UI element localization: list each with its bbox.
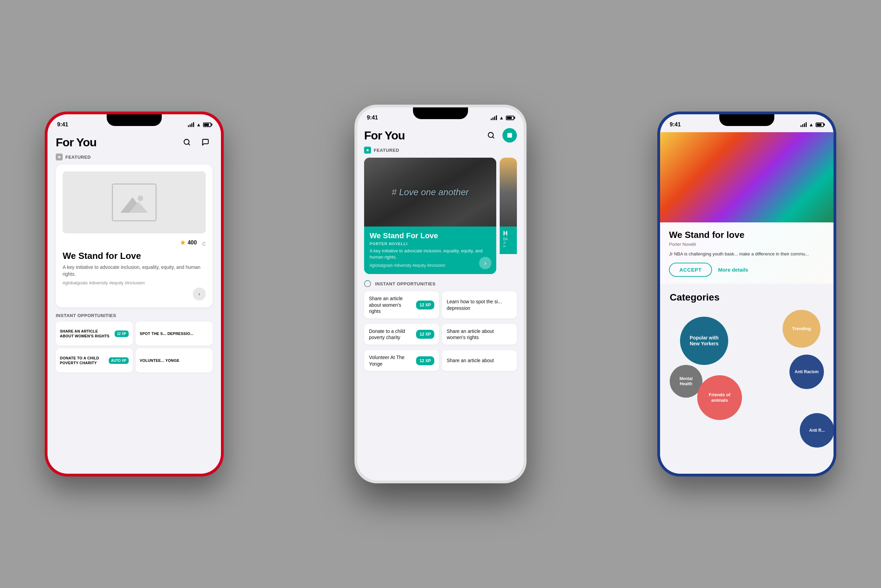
opp-xp-c1: 12 XP bbox=[416, 300, 434, 309]
time-left: 9:41 bbox=[57, 122, 68, 128]
signal-icon-right bbox=[800, 122, 807, 127]
signal-icon-center bbox=[491, 116, 497, 120]
search-button-left[interactable] bbox=[180, 135, 194, 149]
search-button-center[interactable] bbox=[484, 128, 498, 142]
right-card-org: Porter Novelli bbox=[669, 242, 824, 247]
signal-icon bbox=[188, 122, 194, 127]
instant-label-left: INSTANT OPPORTUNITIES bbox=[56, 313, 213, 318]
card-title-left: We Stand for Love bbox=[63, 250, 206, 261]
opp-card-2[interactable]: SPOT THE S... DEPRESSIO... bbox=[136, 321, 213, 346]
notch-center bbox=[413, 107, 468, 119]
featured-label-left: ★ FEATURED bbox=[56, 153, 213, 160]
categories-bubbles: Popular with New Yorkers Trending Mental… bbox=[670, 310, 824, 461]
bubble-anti-racism[interactable]: Anti Racism bbox=[790, 355, 824, 389]
message-button-left[interactable] bbox=[198, 135, 213, 149]
center-phone: 9:41 ▲ For You bbox=[355, 105, 526, 483]
time-center: 9:41 bbox=[367, 115, 378, 121]
card-arrow[interactable]: › bbox=[63, 288, 206, 300]
time-right: 9:41 bbox=[670, 122, 681, 128]
featured-card-center[interactable]: # Love one another We Stand For Love POR… bbox=[364, 158, 496, 274]
status-icons-center: ▲ bbox=[491, 115, 514, 120]
arrow-button[interactable]: › bbox=[193, 288, 206, 300]
featured-image-placeholder bbox=[63, 171, 206, 233]
battery-icon bbox=[203, 123, 211, 127]
svg-point-2 bbox=[138, 195, 143, 201]
featured-scroll-center: # Love one another We Stand For Love POR… bbox=[364, 158, 517, 274]
battery-icon-center bbox=[506, 116, 514, 120]
featured-card-desc-center: A key initiative to advocate inclusion, … bbox=[370, 248, 491, 260]
card-actions: ACCEPT More details bbox=[669, 262, 824, 277]
opp-card-c3[interactable]: Donate to a child poverty charity 12 XP bbox=[364, 324, 439, 345]
featured-badge-icon-center: ★ bbox=[364, 147, 371, 153]
featured-card-title-center: We Stand For Love bbox=[370, 231, 491, 240]
bubble-trending[interactable]: Trending bbox=[782, 310, 820, 348]
bubble-anti-r[interactable]: Anti R... bbox=[800, 413, 833, 447]
featured-card-org-center: PORTER NOVELLI bbox=[370, 242, 491, 246]
opp-card-1[interactable]: SHARE AN ARTICLE ABOUT WOMEN'S RIGHTS 12… bbox=[56, 321, 133, 346]
featured-label-center: ★ FEATURED bbox=[364, 147, 517, 153]
instant-opportunities-left: INSTANT OPPORTUNITIES SHARE AN ARTICLE A… bbox=[56, 313, 213, 372]
app-title-left: For You bbox=[56, 136, 96, 149]
opp-label-c1: Share an article about women's rights bbox=[369, 296, 413, 314]
opp-card-c1[interactable]: Share an article about women's rights 12… bbox=[364, 291, 439, 318]
featured-card-peek: H BA Jr m bbox=[500, 158, 517, 274]
opp-card-c2[interactable]: Learn how to spot the si... depression bbox=[442, 291, 517, 318]
more-details-link[interactable]: More details bbox=[718, 267, 749, 273]
opp-card-c6[interactable]: Share an article about bbox=[442, 350, 517, 371]
wifi-icon-right: ▲ bbox=[809, 122, 814, 128]
opp-label-4: VOLUNTEE... YONGE bbox=[140, 358, 208, 363]
card-extra: C bbox=[202, 241, 206, 246]
bubble-popular[interactable]: Popular with New Yorkers bbox=[680, 317, 728, 365]
categories-section: Categories Popular with New Yorkers Tren… bbox=[660, 284, 833, 470]
app-title-center: For You bbox=[364, 129, 405, 142]
chalk-photo: # Love one another bbox=[364, 158, 496, 226]
opp-label-c4: Share an article about women's rights bbox=[447, 328, 512, 340]
header-icons-left bbox=[180, 135, 213, 149]
card-overlay: We Stand for love Porter Novelli Jr NBA … bbox=[660, 222, 833, 284]
notch-left bbox=[107, 114, 162, 126]
notch-right bbox=[719, 114, 774, 126]
card-desc-left: A key initiative to advocate inclusion, … bbox=[63, 264, 206, 278]
left-phone: 9:41 ▲ For You bbox=[45, 111, 224, 477]
opp-card-4[interactable]: VOLUNTEE... YONGE bbox=[136, 348, 213, 372]
opp-label-c3: Donate to a child poverty charity bbox=[369, 328, 413, 340]
right-card-desc: Jr NBA is challenging youth bask... make… bbox=[669, 251, 824, 257]
card-tags-left: #globalgoals #diversity #equity #inclusi… bbox=[63, 280, 206, 285]
app-header-left: For You bbox=[56, 132, 213, 153]
opp-card-3[interactable]: DONATE TO A CHILD POVERTY CHARITY AUTO X… bbox=[56, 348, 133, 372]
right-phone: 9:41 ▲ We Stand for love Porter Novelli … bbox=[657, 111, 836, 477]
rotating-icon bbox=[364, 280, 371, 287]
svg-rect-7 bbox=[507, 133, 512, 138]
card-meta-row: ★ 400 C bbox=[63, 239, 206, 249]
wifi-icon-center: ▲ bbox=[499, 115, 504, 120]
opp-grid-left: SHARE AN ARTICLE ABOUT WOMEN'S RIGHTS 12… bbox=[56, 321, 213, 372]
header-icons-center bbox=[484, 128, 517, 142]
featured-card-tags-center: #globalgoals #diversity #equity #inclusi… bbox=[370, 263, 491, 268]
battery-icon-right bbox=[816, 123, 824, 127]
svg-line-6 bbox=[493, 136, 494, 138]
opp-xp-c5: 12 XP bbox=[416, 356, 434, 365]
opp-label-c6: Share an article about bbox=[447, 357, 512, 363]
opp-xp-3: AUTO XP bbox=[109, 357, 129, 364]
categories-title: Categories bbox=[670, 292, 824, 303]
opp-label-c5: Volunteer At The Yonge bbox=[369, 354, 413, 367]
svg-line-1 bbox=[188, 144, 190, 145]
opp-xp-c3: 12 XP bbox=[416, 330, 434, 339]
accept-button[interactable]: ACCEPT bbox=[669, 262, 712, 277]
action-button-center[interactable] bbox=[502, 128, 517, 142]
opp-xp-1: 12 XP bbox=[115, 330, 129, 337]
bubble-friends-animals[interactable]: Friends of animals bbox=[697, 375, 742, 420]
featured-badge-icon: ★ bbox=[56, 153, 63, 160]
stars-rating: ★ 400 bbox=[180, 239, 197, 246]
chalk-text: # Love one another bbox=[392, 186, 469, 198]
featured-card-left[interactable]: ★ 400 C We Stand for Love A key initiati… bbox=[56, 165, 213, 308]
opp-grid-center: Share an article about women's rights 12… bbox=[364, 291, 517, 374]
opp-label-1: SHARE AN ARTICLE ABOUT WOMEN'S RIGHTS bbox=[60, 329, 112, 339]
right-hero-image: We Stand for love Porter Novelli Jr NBA … bbox=[660, 132, 833, 284]
instant-label-center: INSTANT OPPORTUNITIES bbox=[364, 280, 517, 287]
opp-card-c4[interactable]: Share an article about women's rights bbox=[442, 324, 517, 345]
opp-card-c5[interactable]: Volunteer At The Yonge 12 XP bbox=[364, 350, 439, 371]
opp-label-2: SPOT THE S... DEPRESSIO... bbox=[140, 331, 208, 336]
app-header-center: For You bbox=[364, 125, 517, 147]
star-icon: ★ bbox=[180, 239, 186, 246]
